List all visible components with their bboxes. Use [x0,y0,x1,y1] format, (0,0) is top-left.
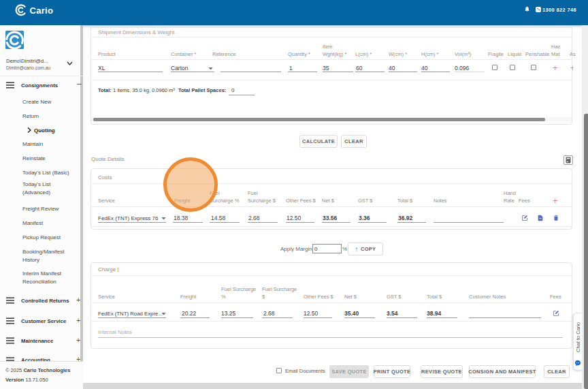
svg-text:Cario: Cario [30,5,54,16]
